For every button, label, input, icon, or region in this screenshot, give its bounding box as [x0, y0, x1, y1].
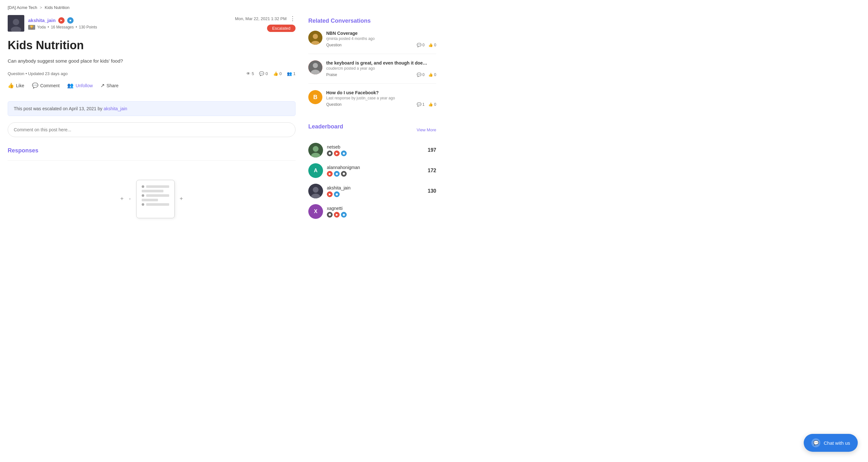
- leader-badges-4: ⬢ ▶ ◉: [327, 212, 432, 218]
- post-header: akshita_jain ► ■ 🏆 Yoda • 16 Messages • …: [8, 15, 296, 32]
- card-line-3: [146, 194, 169, 197]
- more-options-icon[interactable]: ⋮: [290, 15, 296, 22]
- response-card: [136, 180, 175, 218]
- conv-body-2: the keyboard is great, and even though i…: [326, 60, 436, 77]
- post-meta-text: Question • Updated 23 days ago: [8, 71, 67, 76]
- likes-icon: 👍: [273, 71, 278, 76]
- svg-point-10: [313, 146, 318, 152]
- followers-count: 1: [293, 71, 296, 76]
- svg-point-13: [313, 187, 318, 193]
- svg-point-1: [13, 19, 19, 25]
- leader-item-4[interactable]: X xagnetti ⬢ ▶ ◉: [308, 204, 436, 219]
- conv-counts-2: 💬 0 👍 0: [417, 72, 436, 77]
- view-more-link[interactable]: View More: [417, 128, 436, 132]
- leader-badge-blue-1: ◉: [341, 151, 347, 156]
- comments-icon: 💬: [259, 71, 264, 76]
- conv-counts-1: 💬 0 👍 0: [417, 43, 436, 47]
- views-count: 5: [252, 71, 254, 76]
- conv-footer-2: Praise 💬 0 👍 0: [326, 72, 436, 77]
- leader-score-1: 197: [428, 147, 436, 153]
- conv-likes-1: 👍 0: [428, 43, 436, 47]
- responses-title: Responses: [8, 147, 296, 154]
- comment-icon-2: 💬: [417, 72, 422, 77]
- author-rank: Yoda: [37, 25, 46, 29]
- bullet-1: [142, 185, 144, 188]
- plus-icon-right: +: [180, 196, 183, 202]
- author-points: 130 Points: [79, 25, 97, 29]
- conv-title-3: How do I use Facebook?: [326, 90, 436, 95]
- conv-sub-2: coudercm posted a year ago: [326, 66, 436, 71]
- related-conv-item-2[interactable]: the keyboard is great, and even though i…: [308, 60, 436, 84]
- stat-followers: 👥 1: [287, 71, 296, 76]
- like-val-1: 0: [434, 43, 436, 47]
- post-stats: 👁 5 💬 0 👍 0 👥 1: [246, 71, 296, 76]
- leader-name-4: xagnetti: [327, 206, 432, 211]
- share-label: Share: [106, 83, 118, 88]
- related-conversations-title: Related Conversations: [308, 18, 436, 24]
- leader-badges-1: ⬢ ▶ ◉: [327, 151, 424, 156]
- timestamp-text: Mon, Mar 22, 2021 1:32 PM: [235, 16, 286, 21]
- like-icon-2: 👍: [428, 72, 433, 77]
- leader-score-2: 172: [428, 168, 436, 173]
- conv-body-1: NBN Coverage rjminta posted 4 months ago…: [326, 31, 436, 47]
- comment-val-2: 0: [423, 72, 425, 77]
- author-info: akshita_jain ► ■ 🏆 Yoda • 16 Messages • …: [28, 17, 97, 30]
- leader-info-3: akshita_jain ▶ ◉: [327, 185, 424, 197]
- breadcrumb-root[interactable]: [DA] Acme Tech: [8, 5, 37, 10]
- related-conv-item-1[interactable]: NBN Coverage rjminta posted 4 months ago…: [308, 31, 436, 54]
- breadcrumb: [DA] Acme Tech > Kids Nutrition: [0, 0, 868, 15]
- meta-separator-1: •: [48, 25, 49, 29]
- rank-icon: 🏆: [28, 25, 35, 30]
- author-messages: 16 Messages: [51, 25, 73, 29]
- leader-item-1[interactable]: netseb ⬢ ▶ ◉ 197: [308, 143, 436, 158]
- conv-counts-3: 💬 1 👍 0: [417, 102, 436, 107]
- post-author: akshita_jain ► ■ 🏆 Yoda • 16 Messages • …: [8, 15, 97, 32]
- comment-val-1: 0: [423, 43, 425, 47]
- stat-views: 👁 5: [246, 71, 254, 76]
- conv-footer-3: Question 💬 1 👍 0: [326, 102, 436, 107]
- leader-item-2[interactable]: A alannahonigman ▶ ◉ ⬢ 172: [308, 163, 436, 178]
- breadcrumb-current: Kids Nutrition: [45, 5, 69, 10]
- post-title: Kids Nutrition: [8, 38, 296, 52]
- leader-avatar-2: A: [308, 163, 323, 178]
- leader-badge-red-4: ▶: [334, 212, 340, 218]
- like-button[interactable]: 👍 Like: [8, 82, 24, 89]
- leader-badge-dark-2: ⬢: [341, 171, 347, 177]
- conv-type-3: Question: [326, 102, 342, 107]
- post-actions: 👍 Like 💬 Comment 👥 Unfollow ↗ Share: [8, 82, 296, 94]
- conv-footer-1: Question 💬 0 👍 0: [326, 43, 436, 47]
- followers-icon: 👥: [287, 71, 292, 76]
- author-name-row: akshita_jain ► ■: [28, 17, 97, 24]
- bullet-2: [142, 194, 144, 197]
- conv-type-2: Praise: [326, 72, 337, 77]
- unfollow-icon: 👥: [67, 82, 73, 89]
- leader-info-4: xagnetti ⬢ ▶ ◉: [327, 206, 432, 218]
- leader-badge-dark-1: ⬢: [327, 151, 333, 156]
- leader-badge-blue-2: ◉: [334, 171, 340, 177]
- comments-count: 0: [266, 71, 268, 76]
- leader-badges-2: ▶ ◉ ⬢: [327, 171, 424, 177]
- meta-separator-2: •: [76, 25, 77, 29]
- leader-info-2: alannahonigman ▶ ◉ ⬢: [327, 165, 424, 177]
- card-line-2: [142, 190, 164, 192]
- comment-button[interactable]: 💬 Comment: [32, 82, 60, 89]
- post-header-right: Mon, Mar 22, 2021 1:32 PM ⋮ Escalated: [235, 15, 296, 32]
- conv-avatar-3: B: [308, 90, 322, 104]
- escalation-text: This post was escalated on April 13, 202…: [14, 106, 102, 111]
- conv-title-1: NBN Coverage: [326, 31, 436, 36]
- share-button[interactable]: ↗ Share: [100, 82, 118, 89]
- comment-input[interactable]: [8, 122, 296, 137]
- conv-comments-2: 💬 0: [417, 72, 425, 77]
- unfollow-button[interactable]: 👥 Unfollow: [67, 82, 93, 89]
- escalation-user-link[interactable]: akshita_jain: [104, 106, 127, 111]
- conv-avatar-2: [308, 60, 322, 74]
- sidebar: Related Conversations NBN Coverage rjmin…: [308, 15, 436, 225]
- leader-badge-blue-3: ◉: [334, 191, 340, 197]
- comment-icon-1: 💬: [417, 43, 422, 47]
- like-label: Like: [16, 83, 24, 88]
- conv-comments-3: 💬 1: [417, 102, 425, 107]
- related-conv-item-3[interactable]: B How do I use Facebook? Last response b…: [308, 90, 436, 113]
- author-name[interactable]: akshita_jain: [28, 18, 56, 23]
- leader-item-3[interactable]: akshita_jain ▶ ◉ 130: [308, 184, 436, 198]
- leader-score-3: 130: [428, 188, 436, 194]
